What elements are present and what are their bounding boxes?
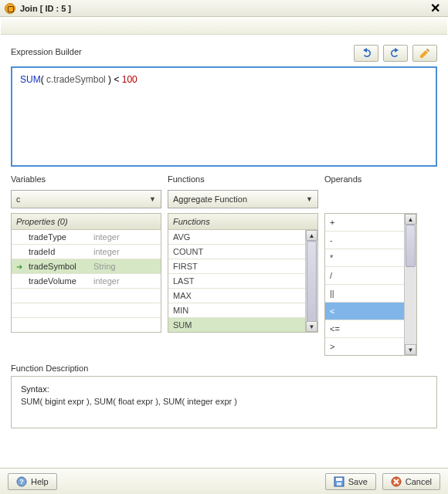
close-icon[interactable]: ✕: [427, 1, 443, 15]
function-row[interactable]: SUM: [168, 318, 305, 332]
functions-label: Functions: [168, 174, 318, 184]
operand-row[interactable]: <=: [325, 320, 404, 338]
operand-row[interactable]: *: [325, 249, 404, 267]
cancel-icon: [391, 476, 402, 487]
operand-row[interactable]: ||: [325, 285, 404, 303]
variables-label: Variables: [11, 174, 161, 184]
variable-row[interactable]: [12, 318, 161, 332]
scroll-down-icon[interactable]: ▼: [405, 344, 416, 355]
variables-dropdown[interactable]: c▼: [11, 190, 161, 208]
operand-row[interactable]: >: [325, 338, 404, 355]
save-button[interactable]: Save: [325, 473, 376, 490]
function-row[interactable]: LAST: [168, 274, 305, 289]
variable-row[interactable]: ➜tradeSymbolString: [12, 259, 161, 274]
function-description-box: Syntax: SUM( bigint expr ), SUM( float e…: [11, 376, 437, 428]
variable-row[interactable]: tradeVolumeinteger: [12, 274, 161, 289]
operands-list: +-*/||<<=> ▲ ▼: [324, 213, 417, 356]
chevron-down-icon: ▼: [149, 195, 156, 203]
operands-label: Operands: [324, 174, 417, 184]
selected-arrow-icon: ➜: [16, 262, 22, 271]
svg-rect-4: [337, 482, 341, 486]
svg-rect-3: [336, 478, 342, 481]
window-title: Join [ ID : 5 ]: [20, 4, 427, 13]
operands-scrollbar[interactable]: ▲ ▼: [404, 214, 416, 355]
svg-text:?: ?: [19, 478, 24, 486]
scroll-thumb[interactable]: [406, 225, 416, 267]
syntax-text: SUM( bigint expr ), SUM( float expr ), S…: [21, 397, 427, 406]
variable-row[interactable]: tradeTypeinteger: [12, 230, 161, 245]
properties-header: Properties (0): [12, 214, 161, 230]
variables-rows: tradeTypeintegertradeIdinteger➜tradeSymb…: [12, 230, 161, 332]
variables-list: Properties (0) tradeTypeintegertradeIdin…: [11, 213, 161, 333]
function-description-label: Function Description: [11, 364, 437, 373]
footer-bar: ?Help Save Cancel: [0, 468, 448, 494]
title-bar: Join [ ID : 5 ] ✕: [0, 0, 448, 17]
function-row[interactable]: COUNT: [168, 245, 305, 259]
cancel-button[interactable]: Cancel: [382, 473, 440, 490]
help-button[interactable]: ?Help: [8, 473, 57, 490]
functions-header: Functions: [168, 214, 317, 230]
functions-list: Functions AVGCOUNTFIRSTLASTMAXMINSUM ▲ ▼: [168, 213, 318, 333]
redo-button[interactable]: [383, 45, 408, 62]
undo-button[interactable]: [354, 45, 378, 62]
operand-row[interactable]: /: [325, 267, 404, 285]
function-row[interactable]: AVG: [168, 230, 305, 245]
header-strip: [1, 18, 447, 35]
operand-row[interactable]: +: [325, 214, 404, 232]
scroll-down-icon[interactable]: ▼: [306, 321, 317, 332]
help-icon: ?: [16, 476, 27, 487]
syntax-label: Syntax:: [21, 384, 427, 394]
operand-row[interactable]: <: [325, 303, 404, 320]
operand-row[interactable]: -: [325, 232, 404, 249]
expression-label: Expression Builder: [11, 47, 349, 56]
edit-button[interactable]: [412, 45, 437, 62]
variable-row[interactable]: [12, 303, 161, 318]
chevron-down-icon: ▼: [306, 195, 313, 203]
scroll-up-icon[interactable]: ▲: [405, 214, 416, 225]
function-row[interactable]: MIN: [168, 303, 305, 318]
function-row[interactable]: FIRST: [168, 259, 305, 274]
app-icon: [5, 3, 15, 14]
expr-func: SUM: [20, 74, 41, 85]
function-row[interactable]: MAX: [168, 289, 305, 303]
functions-rows: AVGCOUNTFIRSTLASTMAXMINSUM: [168, 230, 305, 332]
variable-row[interactable]: tradeIdinteger: [12, 245, 161, 259]
functions-scrollbar[interactable]: ▲ ▼: [305, 230, 317, 332]
save-icon: [334, 476, 344, 487]
scroll-up-icon[interactable]: ▲: [306, 230, 317, 241]
expression-editor[interactable]: SUM( c.tradeSymbol ) < 100: [11, 66, 437, 167]
functions-dropdown[interactable]: Aggregate Function▼: [168, 190, 318, 208]
operands-rows: +-*/||<<=>: [325, 214, 404, 355]
scroll-thumb[interactable]: [307, 241, 317, 322]
variable-row[interactable]: [12, 289, 161, 303]
